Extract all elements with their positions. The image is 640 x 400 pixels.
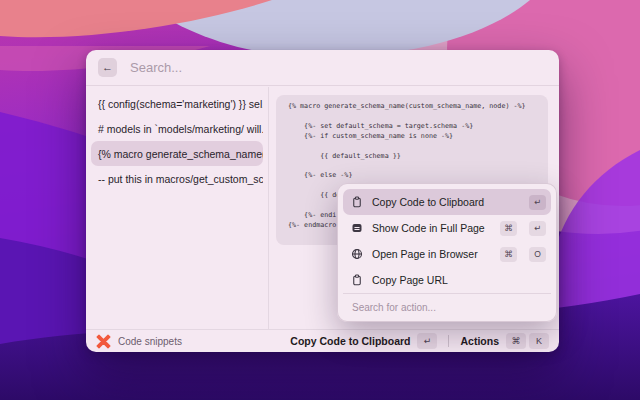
- key-badge-k: K: [529, 333, 549, 349]
- key-badge-o: O: [529, 247, 546, 262]
- search-bar: ←: [86, 50, 559, 86]
- status-bar: Code snippets Copy Code to Clipboard ↵ A…: [86, 329, 559, 352]
- menu-item-open-in-browser[interactable]: Open Page in Browser ⌘ O: [343, 241, 551, 267]
- menu-item-label: Show Code in Full Page: [372, 222, 488, 234]
- action-search-input[interactable]: Search for action...: [343, 293, 551, 321]
- snippet-list-item-selected[interactable]: {% macro generate_schema_name(c...: [91, 141, 263, 166]
- key-badge-return: ↵: [417, 333, 437, 349]
- clipboard-icon: [351, 274, 363, 286]
- snippet-list: {{ config(schema='marketing') }} sel... …: [86, 87, 269, 329]
- menu-item-show-full-page[interactable]: Show Code in Full Page ⌘ ↵: [343, 215, 551, 241]
- clipboard-icon: [351, 196, 363, 208]
- menu-item-label: Copy Page URL: [372, 274, 546, 286]
- statusbar-divider: [448, 335, 449, 347]
- app-window-icon: [351, 222, 363, 234]
- primary-action-button[interactable]: Copy Code to Clipboard: [290, 335, 410, 347]
- snippet-list-item[interactable]: # models in `models/marketing/ will...: [91, 116, 263, 141]
- key-badge-return: ↵: [529, 221, 546, 236]
- raycast-window: ← {{ config(schema='marketing') }} sel..…: [86, 50, 559, 352]
- snippet-list-item[interactable]: -- put this in macros/get_custom_sc...: [91, 166, 263, 191]
- snippet-list-item[interactable]: {{ config(schema='marketing') }} sel...: [91, 91, 263, 116]
- key-badge-cmd: ⌘: [500, 221, 517, 236]
- globe-icon: [351, 248, 363, 260]
- key-badge-return: ↵: [529, 195, 546, 210]
- extension-logo-icon: [96, 334, 111, 349]
- key-badge-cmd: ⌘: [500, 247, 517, 262]
- action-menu: Copy Code to Clipboard ↵ Show Code in Fu…: [337, 183, 557, 322]
- desktop: ← {{ config(schema='marketing') }} sel..…: [0, 0, 640, 400]
- menu-item-copy-page-url[interactable]: Copy Page URL: [343, 267, 551, 293]
- menu-item-label: Copy Code to Clipboard: [372, 196, 517, 208]
- actions-button[interactable]: Actions: [460, 335, 499, 347]
- key-badge-cmd: ⌘: [506, 333, 526, 349]
- menu-item-label: Open Page in Browser: [372, 248, 488, 260]
- back-button[interactable]: ←: [98, 58, 117, 77]
- search-input[interactable]: [128, 59, 547, 76]
- extension-name: Code snippets: [118, 336, 182, 347]
- back-arrow-icon: ←: [102, 62, 113, 73]
- menu-item-copy-code[interactable]: Copy Code to Clipboard ↵: [343, 189, 551, 215]
